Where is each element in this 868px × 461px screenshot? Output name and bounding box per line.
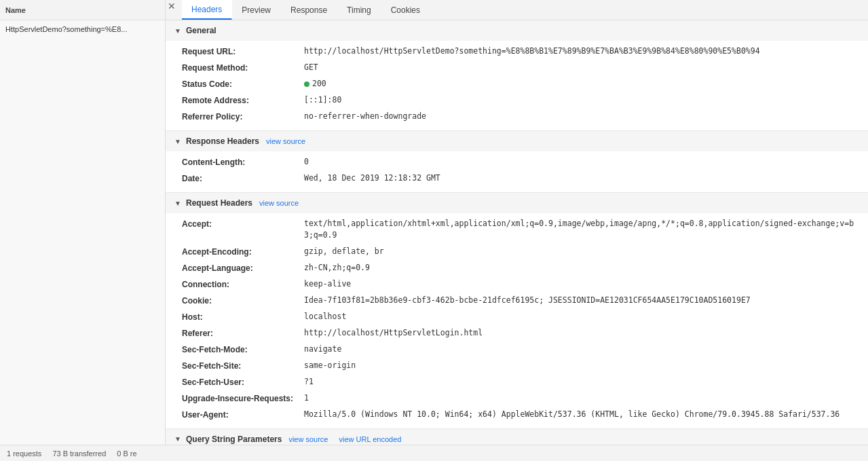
field-name: Referer:: [182, 327, 304, 339]
field-value: Mozilla/5.0 (Windows NT 10.0; Win64; x64…: [304, 409, 839, 421]
status-bar: 1 requests 73 B transferred 0 B re: [0, 445, 868, 461]
request-headers-section-header[interactable]: ▼ Request Headers view source: [166, 193, 868, 213]
field-value: 1: [304, 392, 309, 405]
field-name: Request URL:: [182, 45, 304, 58]
table-row: Referer: http://localhost/HttpServletLog…: [182, 325, 868, 342]
table-row: Accept: text/html,application/xhtml+xml,…: [182, 216, 868, 244]
field-value: ?1: [304, 376, 314, 388]
tab-timing[interactable]: Timing: [337, 0, 381, 20]
query-string-params-title: Query String Parameters: [186, 435, 282, 444]
field-name: Accept-Language:: [182, 262, 304, 274]
table-row: User-Agent: Mozilla/5.0 (Windows NT 10.0…: [182, 407, 868, 423]
resources-size: 0 B re: [117, 449, 136, 458]
field-name: Sec-Fetch-User:: [182, 376, 304, 388]
field-name: User-Agent:: [182, 409, 304, 421]
query-string-params-section: ▼ Query String Parameters view source vi…: [166, 429, 868, 445]
field-value: gzip, deflate, br: [304, 246, 384, 258]
response-headers-section: ▼ Response Headers view source Content-L…: [166, 131, 868, 193]
response-headers-section-body: Content-Length: 0 Date: Wed, 18 Dec 2019…: [166, 151, 868, 192]
field-value: http://localhost/HttpServletDemo?somethi…: [304, 45, 760, 58]
general-section-body: Request URL: http://localhost/HttpServle…: [166, 41, 868, 130]
request-headers-section: ▼ Request Headers view source Accept: te…: [166, 193, 868, 429]
table-row: Connection: keep-alive: [182, 276, 868, 293]
response-headers-section-header[interactable]: ▼ Response Headers view source: [166, 131, 868, 151]
field-name: Referrer Policy:: [182, 111, 304, 123]
field-name: Connection:: [182, 278, 304, 291]
query-params-links: view source view URL encoded: [282, 435, 401, 443]
field-name: Sec-Fetch-Site:: [182, 360, 304, 372]
query-string-params-section-header[interactable]: ▼ Query String Parameters view source vi…: [166, 429, 868, 445]
field-value: 200: [304, 78, 326, 90]
triangle-icon: ▼: [174, 199, 182, 207]
field-name: Status Code:: [182, 78, 304, 90]
content-area: HttpServletDemo?something=%E8... ▼ Gener…: [0, 20, 868, 445]
field-value: 0: [304, 156, 309, 168]
table-row: Sec-Fetch-Site: same-origin: [182, 358, 868, 374]
list-item[interactable]: HttpServletDemo?something=%E8...: [0, 23, 165, 35]
table-row: Host: localhost: [182, 309, 868, 325]
close-button[interactable]: ✕: [166, 0, 178, 12]
left-panel: HttpServletDemo?something=%E8...: [0, 20, 166, 445]
field-value: Wed, 18 Dec 2019 12:18:32 GMT: [304, 172, 440, 185]
general-section-header[interactable]: ▼ General: [166, 20, 868, 41]
field-name: Upgrade-Insecure-Requests:: [182, 392, 304, 405]
query-params-view-url-encoded-link[interactable]: view URL encoded: [339, 435, 401, 443]
request-headers-title: Request Headers: [186, 198, 252, 208]
tab-preview[interactable]: Preview: [232, 0, 281, 20]
general-section: ▼ General Request URL: http://localhost/…: [166, 20, 868, 131]
triangle-icon: ▼: [174, 137, 182, 145]
query-params-view-source-link[interactable]: view source: [288, 435, 328, 443]
requests-count: 1 requests: [7, 449, 41, 458]
table-row: Request URL: http://localhost/HttpServle…: [182, 43, 868, 60]
response-headers-title: Response Headers: [186, 136, 259, 146]
table-row: Content-Length: 0: [182, 154, 868, 170]
field-value: zh-CN,zh;q=0.9: [304, 262, 370, 274]
field-value: text/html,application/xhtml+xml,applicat…: [304, 218, 863, 242]
field-value: no-referrer-when-downgrade: [304, 111, 426, 123]
top-nav: Name ✕ Headers Preview Response Timing C…: [0, 0, 868, 20]
transferred-size: 73 B transferred: [52, 449, 106, 458]
table-row: Status Code: 200: [182, 76, 868, 92]
left-panel-header: Name: [0, 0, 166, 20]
triangle-icon: ▼: [174, 435, 182, 443]
field-value: localhost: [304, 311, 346, 323]
table-row: Accept-Encoding: gzip, deflate, br: [182, 244, 868, 260]
field-name: Accept-Encoding:: [182, 246, 304, 258]
table-row: Cookie: Idea-7f103f81=2b8b36e9-cbf3-462b…: [182, 293, 868, 309]
table-row: Remote Address: [::1]:80: [182, 92, 868, 109]
field-name: Host:: [182, 311, 304, 323]
request-headers-view-source-link[interactable]: view source: [259, 199, 299, 207]
table-row: Sec-Fetch-Mode: navigate: [182, 342, 868, 358]
field-name: Request Method:: [182, 62, 304, 74]
field-value: keep-alive: [304, 278, 351, 291]
status-dot-icon: [304, 81, 309, 87]
tab-response[interactable]: Response: [281, 0, 337, 20]
tab-cookies[interactable]: Cookies: [381, 0, 430, 20]
name-column-header: Name: [5, 6, 26, 14]
field-name: Sec-Fetch-Mode:: [182, 344, 304, 356]
table-row: Sec-Fetch-User: ?1: [182, 374, 868, 390]
table-row: Accept-Language: zh-CN,zh;q=0.9: [182, 260, 868, 276]
field-value: same-origin: [304, 360, 356, 372]
field-value: Idea-7f103f81=2b8b36e9-cbf3-462b-bcbe-21…: [304, 295, 751, 307]
right-panel: ▼ General Request URL: http://localhost/…: [166, 20, 868, 445]
table-row: Request Method: GET: [182, 60, 868, 76]
field-value: GET: [304, 62, 318, 74]
field-name: Content-Length:: [182, 156, 304, 168]
request-headers-section-body: Accept: text/html,application/xhtml+xml,…: [166, 213, 868, 428]
field-name: Date:: [182, 172, 304, 185]
field-name: Remote Address:: [182, 94, 304, 107]
triangle-icon: ▼: [174, 26, 182, 35]
field-name: Cookie:: [182, 295, 304, 307]
response-headers-view-source-link[interactable]: view source: [266, 137, 305, 145]
tabs-container: ✕ Headers Preview Response Timing Cookie…: [166, 0, 868, 20]
general-title: General: [186, 26, 216, 35]
table-row: Referrer Policy: no-referrer-when-downgr…: [182, 109, 868, 125]
table-row: Date: Wed, 18 Dec 2019 12:18:32 GMT: [182, 170, 868, 187]
field-value: http://localhost/HttpServletLogin.html: [304, 327, 483, 339]
tab-headers[interactable]: Headers: [182, 0, 232, 20]
table-row: Upgrade-Insecure-Requests: 1: [182, 390, 868, 407]
field-name: Accept:: [182, 218, 304, 242]
field-value: navigate: [304, 344, 341, 356]
field-value: [::1]:80: [304, 94, 341, 107]
